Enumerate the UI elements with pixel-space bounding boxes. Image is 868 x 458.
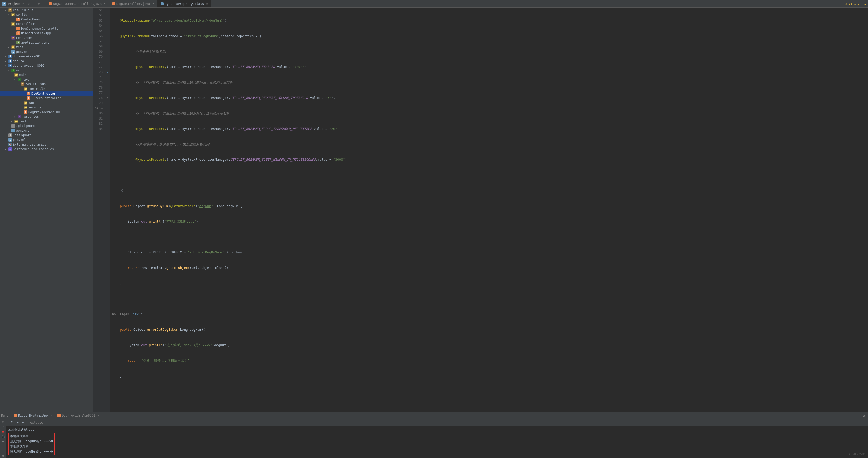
sidebar-item-src[interactable]: ▾ S src: [0, 68, 93, 73]
restart-icon[interactable]: ↺: [1, 420, 5, 424]
sidebar-item-test[interactable]: ▸ 📁 test: [0, 45, 93, 50]
sidebar-item-dog-eureka[interactable]: ▸ M dog-eureka-7001: [0, 54, 93, 59]
run-tab-ribbon[interactable]: RibbonHystrixApp ✕: [11, 412, 54, 419]
align-icon[interactable]: ⊞: [1, 454, 5, 458]
sidebar-item-configbean[interactable]: C ConfigBean: [0, 17, 93, 22]
tree-arrow: ▸: [4, 148, 7, 151]
resources-icon: 📦: [11, 36, 15, 40]
sidebar-item-com-liu-susu[interactable]: ▾ 📦 com.liu.susu: [0, 8, 93, 12]
sidebar-item-ribbonhystrixapp[interactable]: C RibbonHystrixApp: [0, 31, 93, 36]
stop-icon[interactable]: ■: [1, 430, 5, 433]
project-sidebar[interactable]: ▾ 📦 com.liu.susu ▾ 📁 config C ConfigBean…: [0, 8, 93, 412]
tree-arrow: ▸: [10, 120, 13, 123]
sidebar-item-dogcontroller[interactable]: C DogController: [0, 91, 93, 96]
left-side-icons: ↺ ↑ ■ 📷 ≡ ↓ ≡ ⊞ ↓: [0, 419, 6, 458]
sidebar-item-label: DogController: [31, 92, 56, 95]
close-icon[interactable]: ✕: [50, 414, 52, 417]
code-line-67: //一个时间窗内，发生远程访问错误的百分比，达到则开启熔断: [112, 111, 868, 116]
run-tab-dog-provider[interactable]: DogProviderApp8001 ✕: [55, 412, 102, 419]
sidebar-item-controller[interactable]: ▾ 📁 controller: [0, 22, 93, 26]
sidebar-item-gitignore-root[interactable]: G .gitignore: [0, 133, 93, 137]
sidebar-item-label: test: [19, 120, 27, 123]
java-icon: [112, 2, 115, 5]
module-icon: M: [8, 59, 12, 63]
camera-icon[interactable]: 📷: [1, 435, 5, 438]
sidebar-item-label: .gitignore: [13, 133, 31, 137]
actuator-tab[interactable]: Actuator: [28, 419, 48, 426]
class-icon: [160, 2, 164, 5]
menu-icon[interactable]: ≡: [1, 440, 5, 443]
console-line-4: 本地测试熔断....: [10, 444, 53, 449]
sidebar-item-gitignore-2[interactable]: G .gitignore: [0, 124, 93, 128]
tab-dog-consumer-controller[interactable]: DogConsumerController.java ✕: [45, 0, 109, 7]
settings-icon[interactable]: ⚙: [863, 414, 867, 418]
code-line-no-usages: no usages new *: [112, 312, 868, 317]
sidebar-item-dao[interactable]: ▸ 📁 dao: [0, 100, 93, 105]
java-icon: C: [17, 18, 20, 21]
code-line-61: @RequestMapping("❂"/consumer/dog/getDogB…: [112, 18, 868, 23]
list-icon[interactable]: ≡: [1, 450, 5, 453]
folder-icon: 📁: [11, 22, 15, 26]
code-line-79: [112, 296, 868, 301]
gitignore-icon: G: [11, 124, 15, 128]
sidebar-item-label: dog-po: [13, 59, 24, 63]
sidebar-item-controller-2[interactable]: ▾ 📁 controller: [0, 87, 93, 91]
sidebar-item-pom-xml-2[interactable]: X pom.xml: [0, 128, 93, 133]
code-line-78: }: [112, 281, 868, 286]
sidebar-item-dogconsumercontroller[interactable]: C DogConsumerController: [0, 26, 93, 31]
code-editor[interactable]: @RequestMapping("❂"/consumer/dog/getDogB…: [110, 8, 868, 412]
down-icon[interactable]: ↓: [1, 445, 5, 448]
sidebar-item-dogproviderapp[interactable]: C DogProviderApp8001: [0, 110, 93, 115]
sidebar-item-java[interactable]: ▾ J java: [0, 77, 93, 82]
folder-icon: 📁: [11, 45, 15, 49]
sidebar-item-pom-xml-1[interactable]: X pom.xml: [0, 50, 93, 54]
up-icon[interactable]: ↑: [1, 425, 5, 428]
main-area: ▾ 📦 com.liu.susu ▾ 📁 config C ConfigBean…: [0, 8, 868, 412]
tree-arrow: ▾: [13, 78, 17, 81]
sidebar-item-dog-provider[interactable]: ▾ M dog-provider-8001: [0, 63, 93, 68]
sidebar-item-label: test: [16, 45, 24, 49]
console-tab[interactable]: Console: [8, 419, 27, 426]
close-icon[interactable]: ✕: [206, 2, 208, 5]
sidebar-item-com-liu-susu-2[interactable]: ▾ 📦 com.liu.susu: [0, 82, 93, 87]
sidebar-item-pom-xml-root[interactable]: X pom.xml: [0, 137, 93, 142]
xml-icon: X: [8, 138, 12, 142]
sidebar-item-label: resources: [16, 36, 33, 40]
sidebar-item-resources-2[interactable]: ▸ R resources: [0, 115, 93, 119]
bottom-main: ↺ ↑ ■ 📷 ≡ ↓ ≡ ⊞ ↓ Console Actuator 本地测试熔…: [0, 419, 868, 458]
sidebar-item-label: .gitignore: [16, 124, 34, 128]
java-src-icon: J: [18, 78, 21, 81]
sidebar-item-service[interactable]: ▸ 📁 service: [0, 105, 93, 110]
gitignore-icon: G: [8, 133, 12, 137]
code-line-69: //开启熔断后，多少毫秒内，不发起远程服务访问: [112, 142, 868, 147]
sidebar-item-application-yml[interactable]: Y application.yml: [0, 40, 93, 45]
sidebar-item-resources[interactable]: ▾ 📦 resources: [0, 36, 93, 40]
sidebar-item-external-libraries[interactable]: ▸ 📚 External Libraries: [0, 142, 93, 147]
code-line-68: @HystrixProperty(name = HystrixPropertie…: [112, 126, 868, 131]
sidebar-item-label: DogConsumerController: [21, 27, 60, 30]
project-title[interactable]: P Project ▾ ⚙ ≡ ≡ ⚙ —: [2, 2, 43, 6]
tree-arrow: ▾: [7, 23, 10, 26]
tree-arrow: ▾: [17, 83, 20, 86]
close-icon[interactable]: ✕: [104, 2, 106, 5]
tab-dog-controller[interactable]: DogController.java ✕: [109, 0, 157, 7]
tab-label: HystrixProperty.class: [165, 2, 204, 6]
sidebar-item-eurekacontroller[interactable]: C EurekaController: [0, 96, 93, 100]
console-line-2: 本地测试熔断....: [10, 433, 53, 439]
sidebar-item-test-2[interactable]: ▸ 📁 test: [0, 119, 93, 124]
top-bar: P Project ▾ ⚙ ≡ ≡ ⚙ — DogConsumerControl…: [0, 0, 868, 8]
sidebar-item-label: service: [28, 106, 41, 109]
java-icon: C: [17, 27, 20, 30]
sidebar-item-scratches[interactable]: ▸ ✏ Scratches and Consoles: [0, 147, 93, 152]
close-icon[interactable]: ✕: [98, 414, 99, 417]
actuator-tab-label: Actuator: [30, 421, 45, 425]
sidebar-item-main[interactable]: ▾ 📁 main: [0, 73, 93, 77]
tab-label: DogController.java: [117, 2, 150, 6]
close-icon[interactable]: ✕: [152, 2, 154, 5]
sidebar-item-dog-po[interactable]: ▸ M dog-po: [0, 59, 93, 63]
tab-hystrix-property[interactable]: HystrixProperty.class ✕: [157, 0, 211, 7]
module-icon: M: [8, 55, 12, 58]
sidebar-item-label: pom.xml: [13, 138, 26, 142]
editor-content[interactable]: 6162636465 6667686970 7172737475 7677787…: [93, 8, 868, 412]
sidebar-item-config[interactable]: ▾ 📁 config: [0, 12, 93, 17]
